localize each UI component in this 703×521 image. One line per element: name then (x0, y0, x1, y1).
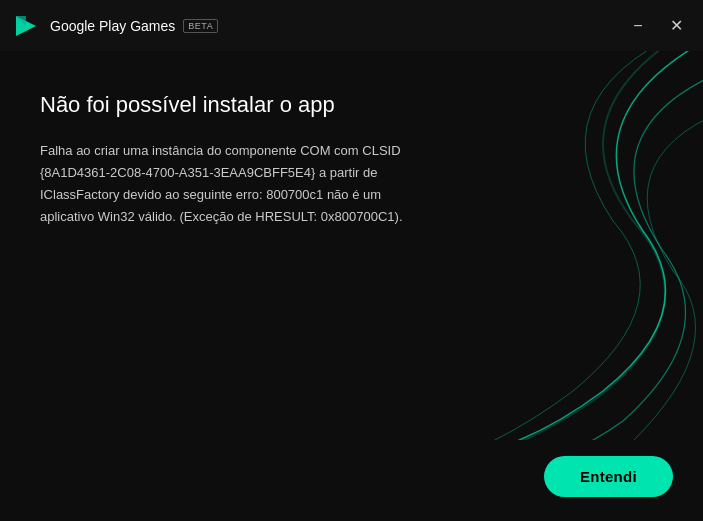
app-title: Google Play Games (50, 18, 175, 34)
dialog-footer: Entendi (0, 440, 703, 521)
close-button[interactable]: ✕ (661, 11, 691, 41)
error-message: Falha ao criar uma instância do componen… (40, 140, 410, 228)
minimize-button[interactable]: − (623, 11, 653, 41)
app-logo-icon (12, 12, 40, 40)
title-bar-text: Google Play Games BETA (50, 18, 218, 34)
main-content: Não foi possível instalar o app Falha ao… (0, 51, 703, 440)
title-bar: Google Play Games BETA − ✕ (0, 0, 703, 51)
title-bar-controls: − ✕ (623, 11, 691, 41)
error-title: Não foi possível instalar o app (40, 91, 673, 120)
confirm-button[interactable]: Entendi (544, 456, 673, 497)
content-area: Não foi possível instalar o app Falha ao… (0, 51, 703, 440)
beta-badge: BETA (183, 19, 218, 33)
app-window: Google Play Games BETA − ✕ Não foi possí… (0, 0, 703, 521)
